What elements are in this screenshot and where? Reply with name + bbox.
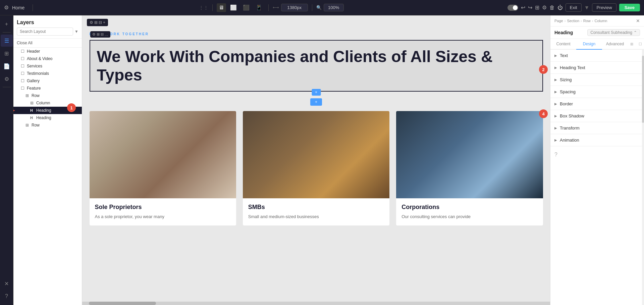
panel-close-icon[interactable]: ✕ [636,18,640,23]
spacing-label: Spacing [560,89,576,94]
scrollbar-thumb[interactable] [89,302,156,305]
layer-item-row2[interactable]: ⊞ Row [13,121,82,129]
section-heading-text: ▶ Heading Text [550,62,644,74]
width-input[interactable] [281,4,308,11]
type-dropdown-icon: ⌃ [634,30,637,35]
card-3: Corporations Our consulting services can… [396,111,543,225]
heading-text-label: Heading Text [560,65,585,70]
close-all-button[interactable]: Close All [13,39,82,48]
right-element-header: Heading Consultant Subheading ⌃ [550,27,644,39]
section-icon: ☐ [21,49,25,54]
box-shadow-arrow: ▶ [554,114,557,118]
breadcrumb-sep-3: › [592,19,593,23]
section-spacing-header[interactable]: ▶ Spacing [550,86,644,98]
layer-item-about[interactable]: ☐ About & Video [13,55,82,62]
text-section-label: Text [560,53,568,58]
horizontal-scrollbar[interactable] [82,302,550,305]
widgets-button[interactable]: ⊞ [1,47,13,59]
layers-button[interactable]: ☰ [1,35,13,47]
responsive-icon[interactable]: ⊞ [535,4,539,11]
save-button[interactable]: Save [619,4,640,11]
zoom-input[interactable] [324,4,344,11]
search-input[interactable] [17,28,73,36]
annotation-1: 1 [67,103,76,112]
layer-item-heading-2[interactable]: H Heading [13,114,82,121]
gear-icon[interactable]: ⚙ [4,4,9,11]
view-options-icon[interactable]: ☐ [637,40,644,48]
help-section: ? [550,146,644,163]
dots-icon[interactable]: ⋮⋮ [199,5,208,10]
layer-item-testimonials[interactable]: ☐ Testimonials [13,70,82,77]
close-button[interactable]: ✕ [1,277,13,290]
breadcrumb-section[interactable]: Section [567,19,579,23]
preview-button[interactable]: Preview [592,3,616,12]
heading-tool-gear[interactable]: ⚙ [92,32,96,37]
settings-button[interactable]: ⚙ [1,73,13,85]
right-scrollbar-thumb[interactable] [642,56,644,123]
animation-arrow: ▶ [554,138,557,142]
layer-item-services[interactable]: ☐ Services [13,62,82,70]
animation-label: Animation [560,138,579,143]
heading-tool-move[interactable]: ⊟ [101,32,104,37]
add-row-button[interactable]: + [310,98,322,106]
help-icon[interactable]: ? [554,152,557,157]
tab-content[interactable]: Content [550,39,576,50]
layer-item-row1[interactable]: ⊞ Row [13,92,82,99]
redo-icon[interactable]: ↪ [528,4,532,11]
main-layout: + ☰ ⊞ 📄 ⚙ ✕ ? Layers ▼ Close All ☐ Heade… [0,15,644,305]
separator [33,4,33,11]
pages-button[interactable]: 📄 [1,60,13,72]
heading-tool-dots[interactable]: … [105,33,108,37]
section-heading-text-header[interactable]: ▶ Heading Text [550,62,644,73]
delete-icon[interactable]: 🗑 [549,5,555,11]
right-scrollbar[interactable] [642,49,644,305]
tablet-button[interactable]: ⬛ [241,3,252,12]
responsive-options-icon[interactable]: ⊞ [628,40,635,48]
section-border-header[interactable]: ▶ Border [550,98,644,110]
theme-toggle[interactable] [507,5,518,11]
breadcrumb-row[interactable]: Row [583,19,591,23]
section-grid-icon[interactable]: ⊟ [99,20,102,25]
mobile-button[interactable]: 📱 [254,3,264,12]
section-text-header[interactable]: ▶ Text [550,50,644,61]
layer-item-gallery[interactable]: ☐ Gallery [13,77,82,85]
breadcrumb-sep-2: › [581,19,582,23]
add-below-button[interactable]: + [312,89,321,96]
filter-icon[interactable]: ▼ [74,29,78,34]
element-type-badge[interactable]: Consultant Subheading ⌃ [587,29,640,36]
exit-dropdown-icon[interactable]: ▼ [584,5,590,11]
breadcrumb-page[interactable]: Page [554,19,563,23]
section-animation-header[interactable]: ▶ Animation [550,134,644,146]
card-3-desc: Our consulting services can provide [401,213,537,220]
heading-tool-copy[interactable]: ⊞ [97,32,100,37]
heading-block[interactable]: ⚙ ⊞ ⊟ … We Work With Companies and Clien… [90,40,543,92]
undo-icon[interactable]: ↩ [521,4,525,11]
section-tool-icon[interactable]: ⚙ [90,20,93,25]
add-element-button[interactable]: + [1,18,13,30]
page-title: Home [12,5,24,10]
tab-design[interactable]: Design [576,39,602,50]
section-layout-icon[interactable]: ⊞ [94,20,98,25]
heading-icon-2: H [30,116,35,120]
section-box-shadow-header[interactable]: ▶ Box Shadow [550,110,644,122]
help-button[interactable]: ? [1,290,13,302]
section-icon-5: ☐ [21,79,25,83]
layers-title: Layers [17,19,78,26]
sep2 [212,4,213,11]
breadcrumb-sep-1: › [565,19,566,23]
tab-advanced[interactable]: Advanced [602,39,628,50]
topbar-right: ↩ ↪ ⊞ ⚙ 🗑 ⏻ Exit ▼ Preview Save [507,3,640,12]
section-sizing: ▶ Sizing [550,74,644,86]
settings-icon[interactable]: ⚙ [542,4,547,11]
section-add-icon[interactable]: + [103,20,105,25]
breadcrumb-column[interactable]: Column [594,19,607,23]
layer-item-feature[interactable]: ☐ Feature [13,85,82,92]
card-1: Sole Proprietors As a sole proprietor, y… [90,111,236,225]
section-sizing-header[interactable]: ▶ Sizing [550,74,644,86]
power-icon[interactable]: ⏻ [557,5,563,11]
desktop-button[interactable]: 🖥 [217,3,226,12]
section-transform-header[interactable]: ▶ Transform [550,122,644,134]
exit-button[interactable]: Exit [566,3,582,12]
layer-item-header[interactable]: ☐ Header [13,48,82,55]
tablet-large-button[interactable]: ⬜ [228,3,239,12]
